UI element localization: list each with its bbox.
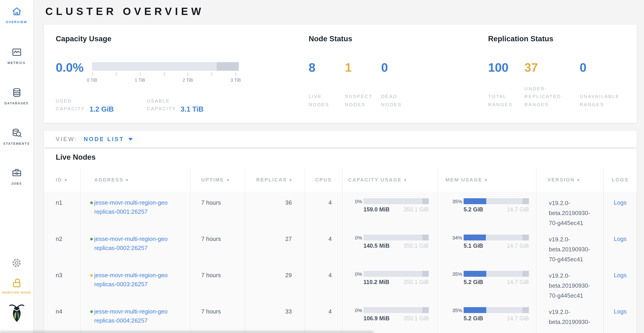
sidebar-item-label: JOBS [0, 182, 33, 185]
axis-tick [92, 72, 92, 76]
bar-reserved-segment [522, 307, 529, 313]
capacity-total-value: 350.1 GiB [404, 243, 429, 249]
home-icon [11, 11, 22, 19]
capacity-used-value: 106.9 MiB [364, 315, 390, 322]
logs-cell: Logs [603, 264, 637, 301]
node-address-link[interactable]: jesse-movr-multi-region-geo replicas-000… [94, 307, 168, 325]
bar-reserved-segment [422, 235, 429, 240]
logs-link[interactable]: Logs [614, 199, 626, 206]
sort-descending-icon [485, 179, 488, 181]
bottom-edge-shadow [0, 330, 374, 333]
axis-tick [116, 72, 116, 76]
view-selector-bar: VIEW: NODE LIST [44, 131, 637, 147]
capacity-total-value: 350.1 GiB [404, 279, 429, 285]
logs-cell: Logs [603, 228, 637, 264]
column-header-uptime[interactable]: UPTIME [190, 167, 245, 192]
node-address-link[interactable]: jesse-movr-multi-region-geo replicas-000… [94, 198, 168, 216]
bar-reserved-segment [422, 307, 429, 313]
mem-total-value: 14.7 GiB [507, 243, 529, 249]
mem-percent: 34% [450, 235, 462, 240]
settings-gear-button[interactable] [0, 257, 33, 270]
table-row: n2 jesse-movr-multi-region-geo replicas-… [44, 228, 637, 265]
node-status-section: Node Status 8 1 0 LIVE NODES SUSPECT NOD… [309, 25, 476, 123]
view-label: VIEW: [56, 136, 77, 142]
mem-bar [464, 198, 529, 204]
node-version: v19.2.0- beta.20190930- 70-g445ec41 [536, 228, 603, 264]
logs-link[interactable]: Logs [614, 308, 626, 315]
node-replicas: 36 [245, 192, 304, 228]
column-header-replicas[interactable]: REPLICAS [245, 167, 304, 192]
axis-tick-label: 0 TiB [87, 78, 97, 83]
under-replicated-ranges-label: UNDER- REPLICATED RANGES [524, 85, 580, 108]
replication-status-section: Replication Status 100 37 0 TOTAL RANGES… [488, 25, 638, 123]
sort-descending-icon [64, 179, 67, 181]
bar-reserved-segment [422, 198, 429, 204]
bar-fill [464, 271, 486, 277]
sidebar-item-metrics[interactable]: METRICS [0, 46, 33, 64]
view-dropdown[interactable]: NODE LIST [84, 136, 132, 142]
insecure-mode-indicator[interactable] [0, 276, 33, 290]
node-address-link[interactable]: jesse-movr-multi-region-geo replicas-000… [94, 235, 168, 253]
axis-tick [188, 72, 188, 76]
node-status-dot [90, 274, 93, 277]
live-nodes-label: LIVE NODES [309, 93, 345, 108]
mem-usage-cell: 34% 5.1 GiB14.7 GiB [437, 228, 536, 264]
cockroachdb-logo [0, 303, 33, 325]
sidebar-item-jobs[interactable]: JOBS [0, 167, 33, 185]
node-replicas: 29 [245, 264, 304, 301]
replication-status-title: Replication Status [488, 35, 553, 43]
gear-icon [11, 262, 22, 270]
capacity-percent: 0% [352, 235, 362, 240]
sidebar-item-label: DATABASES [0, 102, 33, 105]
database-icon [11, 92, 22, 100]
logs-link[interactable]: Logs [614, 235, 626, 242]
sidebar-item-databases[interactable]: DATABASES [0, 87, 33, 105]
page-title: CLUSTER OVERVIEW [45, 6, 204, 18]
node-address-cell: jesse-movr-multi-region-geo replicas-000… [80, 264, 190, 301]
mem-bar [464, 235, 529, 240]
node-uptime: 7 hours [190, 264, 245, 301]
sidebar-item-statements[interactable]: STATEMENTS [0, 127, 33, 145]
mem-used-value: 5.2 GiB [464, 279, 483, 285]
table-row: n1 jesse-movr-multi-region-geo replicas-… [44, 192, 637, 229]
node-uptime: 7 hours [190, 301, 245, 333]
node-id: n1 [44, 192, 80, 228]
main-content: CLUSTER OVERVIEW Capacity Usage 0.0% [33, 0, 644, 333]
table-row: n4 jesse-movr-multi-region-geo replicas-… [44, 301, 637, 333]
column-header-id[interactable]: ID [44, 167, 80, 192]
axis-tick-label: 2 TiB [183, 78, 193, 83]
suspect-nodes-count: 1 [345, 61, 381, 75]
under-replicated-ranges-count: 37 [524, 61, 580, 75]
node-id: n3 [44, 264, 80, 301]
node-cpus: 4 [304, 192, 342, 228]
column-header-capacity-usage[interactable]: CAPACITY USAGE [342, 167, 437, 192]
column-header-version[interactable]: VERSION [536, 167, 603, 192]
capacity-percent-value: 0.0% [56, 61, 92, 75]
bar-reserved-segment [522, 198, 529, 204]
mem-percent: 35% [450, 307, 462, 313]
usable-capacity-label: USABLE CAPACITY [147, 97, 176, 113]
mem-total-value: 14.7 GiB [507, 206, 529, 213]
sidebar-item-label: METRICS [0, 61, 33, 64]
node-status-dot [90, 201, 93, 204]
node-address-link[interactable]: jesse-movr-multi-region-geo replicas-000… [94, 271, 168, 289]
cluster-summary-card: Capacity Usage 0.0% [44, 25, 637, 123]
capacity-usage-cell: 0% 110.2 MiB350.1 GiB [342, 264, 437, 301]
capacity-total-value: 350.1 GiB [404, 206, 429, 213]
capacity-used-value: 140.5 MiB [364, 243, 390, 249]
column-header-logs: LOGS [603, 167, 637, 192]
logs-link[interactable]: Logs [614, 272, 626, 278]
axis-tick-label: 3 TiB [230, 78, 241, 83]
node-address-cell: jesse-movr-multi-region-geo replicas-000… [80, 192, 190, 228]
node-status-title: Node Status [309, 35, 352, 43]
column-header-mem-usage[interactable]: MEM USAGE [437, 167, 536, 192]
sidebar-item-overview[interactable]: OVERVIEW [0, 6, 33, 24]
node-replicas: 33 [245, 301, 304, 333]
cluster-overview-page: OVERVIEW METRICS DATABASES STATEMENTS JO [0, 0, 644, 333]
mem-usage-cell: 35% 5.2 GiB14.7 GiB [437, 301, 536, 333]
capacity-usage-section: Capacity Usage 0.0% [56, 25, 300, 123]
sidebar-item-label: OVERVIEW [0, 21, 33, 24]
column-header-address[interactable]: ADDRESS [80, 167, 190, 192]
logs-cell: Logs [603, 192, 637, 228]
mem-used-value: 5.2 GiB [464, 206, 483, 213]
